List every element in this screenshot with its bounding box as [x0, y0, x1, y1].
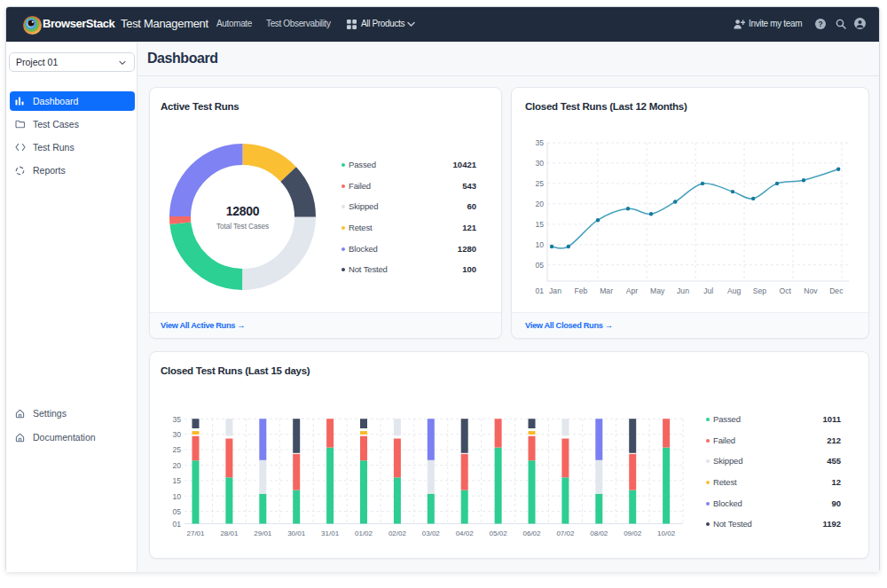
svg-text:35: 35 — [535, 138, 544, 147]
svg-text:20: 20 — [172, 461, 181, 470]
svg-text:04/02: 04/02 — [456, 529, 475, 537]
svg-text:Aug: Aug — [727, 286, 742, 295]
svg-text:05: 05 — [535, 261, 544, 270]
svg-text:20: 20 — [535, 200, 544, 208]
svg-text:10/02: 10/02 — [657, 529, 676, 537]
svg-text:05: 05 — [172, 507, 181, 516]
svg-text:27/01: 27/01 — [186, 529, 205, 537]
svg-text:35: 35 — [172, 415, 181, 424]
svg-text:31/01: 31/01 — [321, 529, 340, 537]
svg-text:07/02: 07/02 — [556, 529, 575, 537]
svg-text:01: 01 — [535, 286, 544, 295]
svg-text:Jan: Jan — [549, 286, 561, 295]
svg-text:08/02: 08/02 — [590, 529, 608, 537]
svg-text:01: 01 — [172, 520, 181, 529]
svg-text:30/01: 30/01 — [287, 529, 306, 537]
svg-text:10: 10 — [535, 240, 544, 249]
svg-text:Nov: Nov — [804, 286, 818, 295]
svg-text:Feb: Feb — [574, 286, 587, 295]
svg-text:01/02: 01/02 — [355, 529, 373, 537]
svg-text:Jun: Jun — [677, 286, 689, 295]
svg-text:Mar: Mar — [600, 286, 613, 295]
svg-text:Sep: Sep — [753, 286, 767, 295]
svg-text:Apr: Apr — [626, 286, 639, 295]
svg-text:15: 15 — [535, 220, 544, 229]
svg-text:15: 15 — [172, 476, 181, 485]
svg-text:?: ? — [818, 20, 822, 28]
svg-text:10: 10 — [172, 492, 181, 501]
svg-text:09/02: 09/02 — [624, 529, 642, 537]
svg-text:29/01: 29/01 — [254, 529, 272, 537]
svg-text:03/02: 03/02 — [422, 529, 441, 537]
svg-text:25: 25 — [535, 179, 544, 188]
svg-text:25: 25 — [172, 445, 181, 454]
svg-text:30: 30 — [172, 430, 181, 439]
svg-text:06/02: 06/02 — [522, 529, 541, 537]
svg-text:02/02: 02/02 — [389, 529, 407, 537]
svg-text:May: May — [650, 286, 665, 295]
svg-text:28/01: 28/01 — [220, 529, 239, 537]
svg-text:Dec: Dec — [829, 286, 844, 295]
svg-text:Oct: Oct — [780, 286, 792, 295]
svg-text:05/02: 05/02 — [490, 529, 508, 537]
svg-text:30: 30 — [535, 159, 544, 168]
svg-text:Jul: Jul — [703, 286, 713, 295]
